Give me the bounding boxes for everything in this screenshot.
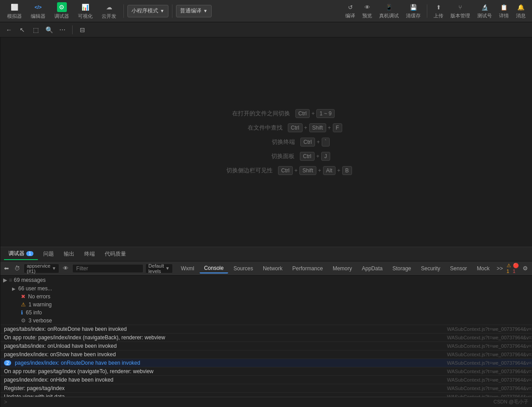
tab-issues[interactable]: 问题 <box>39 248 58 260</box>
devtools-tab-more[interactable]: >> <box>495 265 505 273</box>
log-source-11[interactable]: WASubContext.js?t=we_00737964&v=2.30.1:1 <box>447 369 532 374</box>
info-icon: ℹ <box>21 309 23 316</box>
compile-btn[interactable]: ↺ 编译 <box>343 1 358 21</box>
user-messages-count: 66 user mes... <box>18 285 52 292</box>
log-text-14: Update view with init data <box>4 394 443 397</box>
warning-item[interactable]: ⚠ 1 warning <box>18 301 532 309</box>
log-source-6[interactable]: WASubContext.js?t=we_00737964&v=2.30.1:1 <box>447 326 532 332</box>
compile-select[interactable]: 普通编译 ▼ <box>176 5 212 17</box>
devtools-toolbar: ⬅ ⏱ appservice (#1) ▼ 👁 Default levels ▼ <box>0 261 532 276</box>
log-source-9[interactable]: WASubContext.js?t=we_00737964&v=2.30.1:1 <box>447 352 532 357</box>
devtools-tabs: Wxml Console Sources Network Performance… <box>176 264 505 273</box>
top-toolbar: ⬜ 模拟器 </> 编辑器 ⚙ 调试器 📊 可视化 ☁ 云开发 小程序模式 ▼ … <box>0 0 532 22</box>
simulator-icon: ⬜ <box>10 2 20 12</box>
devtools-right-actions: ⚠ 1 🔴 1 ⚙ ⋮ ⊟ <box>507 263 532 274</box>
key-ctrl-5: Ctrl <box>278 166 293 175</box>
devtools-tab-console[interactable]: Console <box>200 264 228 273</box>
devtools-clock-btn[interactable]: ⏱ <box>12 264 22 273</box>
warning-icon: ⚠ <box>21 301 26 308</box>
verbose-icon: ⚙ <box>21 317 26 324</box>
tab-terminal[interactable]: 终端 <box>80 248 99 260</box>
devtools-tab-mock[interactable]: Mock <box>472 264 494 273</box>
cursor-btn[interactable]: ↖ <box>17 24 28 35</box>
back-btn[interactable]: ← <box>4 24 14 35</box>
upload-icon: ⬆ <box>434 3 443 12</box>
log-text-9: pages/index/index: onShow have been invo… <box>4 351 443 358</box>
warning-badge: ⚠ 1 <box>507 263 511 274</box>
detail-btn[interactable]: 📋 详情 <box>496 1 512 21</box>
verbose-item[interactable]: ⚙ 3 verbose <box>18 317 532 325</box>
devtools-tab-wxml[interactable]: Wxml <box>176 264 199 273</box>
error-badge: 🔴 1 <box>513 263 519 274</box>
devtools-settings-btn[interactable]: ⚙ <box>521 264 530 273</box>
testid-btn[interactable]: 🔬 测试号 <box>475 1 495 21</box>
log-source-8[interactable]: WASubContext.js?t=we_00737964&v=2.30.1:1 <box>447 343 532 349</box>
tab-codequality[interactable]: 代码质量 <box>100 248 131 260</box>
console-line-10: 2 pages/index/index: onRouteDone have be… <box>0 359 532 367</box>
context-select[interactable]: appservice (#1) ▼ <box>24 264 59 273</box>
log-source-10[interactable]: WASubContext.js?t=we_00737964&v=2.30.1:1 <box>447 360 532 366</box>
log-source-12[interactable]: WASubContext.js?t=we_00737964&v=2.30.1:1 <box>447 377 532 383</box>
editor-area: 在打开的文件之间切换 Ctrl + 1 ~ 9 在文件中查找 Ctrl + Sh… <box>0 37 532 247</box>
visualize-btn[interactable]: 📊 可视化 <box>74 0 96 21</box>
more-btn[interactable]: ⋯ <box>57 24 68 35</box>
devtools-tab-memory[interactable]: Memory <box>328 264 356 273</box>
inspect-btn[interactable]: 🔍 <box>44 24 54 35</box>
devtools-tab-sources[interactable]: Sources <box>229 264 258 273</box>
visualize-icon: 📊 <box>81 2 90 12</box>
bottom-panel-tabs: 调试器 1 问题 输出 终端 代码质量 ∧ ✕ <box>0 247 532 261</box>
log-text-6: pages/tabs/index: onRouteDone have been … <box>4 326 443 332</box>
console-prompt: > <box>0 397 532 407</box>
devtools-eye-btn[interactable]: 👁 <box>61 264 70 273</box>
console-prompt-input[interactable] <box>9 399 532 405</box>
level-select[interactable]: Default levels ▼ <box>145 264 173 273</box>
version-btn[interactable]: ⑂ 版本管理 <box>448 1 473 21</box>
panel-collapse-btn[interactable]: ∧ <box>530 249 532 259</box>
select-btn[interactable]: ⬚ <box>30 24 41 35</box>
realtest-btn[interactable]: 📱 真机调试 <box>376 1 401 21</box>
devtools-tab-appdata[interactable]: AppData <box>357 264 387 273</box>
info-item[interactable]: ℹ 65 info <box>18 309 532 317</box>
detail-icon: 📋 <box>499 3 508 12</box>
devtools-tab-performance[interactable]: Performance <box>288 264 327 273</box>
key-j: J <box>321 152 330 161</box>
upload-btn[interactable]: ⬆ 上传 <box>431 1 446 21</box>
subgroup-indicator: ▶ <box>12 286 16 291</box>
devtools-tab-storage[interactable]: Storage <box>388 264 416 273</box>
debugger-btn[interactable]: ⚙ 调试器 <box>51 0 73 21</box>
main-content: 在打开的文件之间切换 Ctrl + 1 ~ 9 在文件中查找 Ctrl + Sh… <box>0 37 532 407</box>
mode-select-arrow: ▼ <box>160 8 164 13</box>
console-line-11: On app route: pages/tag/index (navigateT… <box>0 367 532 376</box>
console-output[interactable]: ▶ ≡ 69 messages ▶ 66 user mes... <box>0 276 532 397</box>
level-select-text: Default levels <box>148 263 164 274</box>
tab-debugger[interactable]: 调试器 1 <box>4 248 38 260</box>
mode-select[interactable]: 小程序模式 ▼ <box>127 5 168 17</box>
warning-label: 1 warning <box>29 301 52 308</box>
panel-btn[interactable]: ⊟ <box>77 24 88 35</box>
csdn-watermark: CSDN @毛小子 <box>494 399 528 405</box>
message-btn[interactable]: 🔔 消息 <box>513 1 528 21</box>
filter-input[interactable] <box>72 264 143 273</box>
no-errors-item[interactable]: ✖ No errors <box>18 293 532 301</box>
clearstorage-btn[interactable]: 💾 清缓存 <box>403 1 423 21</box>
devtools-tab-network[interactable]: Network <box>258 264 287 273</box>
log-source-7[interactable]: WASubContext.js?t=we_00737964&v=2.30.1:1 <box>447 335 532 340</box>
user-messages-header[interactable]: ▶ 66 user mes... <box>9 285 532 293</box>
debugger-badge: 1 <box>26 251 33 256</box>
main-layout: 管理器 ••• 的编辑器 MPLE + 📁 ↻ ⋯ ▶ 📁 assets ▶ <box>0 37 532 407</box>
debugger-icon: ⚙ <box>57 2 67 12</box>
devtools-tab-sensor[interactable]: Sensor <box>446 264 471 273</box>
clouddev-btn[interactable]: ☁ 云开发 <box>98 0 120 21</box>
message-icon: 🔔 <box>516 3 525 12</box>
devtools-tab-security[interactable]: Security <box>417 264 445 273</box>
console-line-13: Register: pages/tag/index WASubContext.j… <box>0 384 532 393</box>
console-line-8: pages/tabs/index: onUnload have been inv… <box>0 342 532 350</box>
devtools-back-btn[interactable]: ⬅ <box>2 264 11 273</box>
tab-output[interactable]: 输出 <box>59 248 79 260</box>
log-source-13[interactable]: WASubContext.js?t=we_00737964&v=2.30.1:1 <box>447 386 532 391</box>
simulator-btn[interactable]: ⬜ 模拟器 <box>4 0 25 21</box>
console-group-all-header[interactable]: ▶ ≡ 69 messages <box>0 276 532 285</box>
second-toolbar-divider <box>72 25 73 34</box>
editor-btn[interactable]: </> 编辑器 <box>27 0 49 21</box>
preview-btn[interactable]: 👁 预览 <box>360 1 375 21</box>
